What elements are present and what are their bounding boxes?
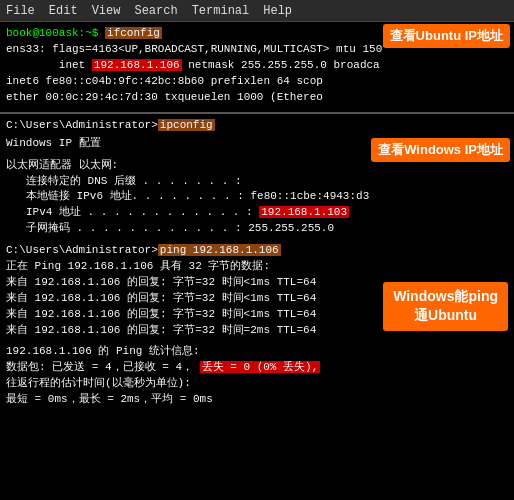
- win-prompt-line: C:\Users\Administrator>ipconfig: [6, 118, 508, 134]
- ubuntu-ip: 192.168.1.106: [92, 59, 182, 71]
- win-command1: ipconfig: [158, 119, 215, 131]
- win-ping-intro: 正在 Ping 192.168.1.106 具有 32 字节的数据:: [6, 259, 508, 275]
- win-prompt1: C:\Users\Administrator>: [6, 119, 158, 131]
- windows-ip-annotation: 查看Windows IP地址: [371, 138, 510, 162]
- menu-bar: File Edit View Search Terminal Help: [0, 0, 514, 22]
- win-stats-loss: 丢失 = 0 (0% 丢失),: [200, 361, 321, 373]
- ubuntu-terminal: 查看Ubuntu IP地址 book@100ask:~$ ifconfig en…: [0, 22, 514, 114]
- menu-view[interactable]: View: [92, 4, 121, 18]
- win-subnet-line: 子网掩码 . . . . . . . . . . . . : 255.255.2…: [6, 221, 508, 237]
- win-ipv4-line: IPv4 地址 . . . . . . . . . . . . : 192.16…: [6, 205, 508, 221]
- win-ping-command: ping 192.168.1.106: [158, 244, 281, 256]
- menu-edit[interactable]: Edit: [49, 4, 78, 18]
- menu-search[interactable]: Search: [134, 4, 177, 18]
- ubuntu-output-2: inet6 fe80::c04b:9fc:42bc:8b60 prefixlen…: [6, 74, 508, 90]
- ubuntu-output-1: inet 192.168.1.106 netmask 255.255.255.0…: [6, 58, 508, 74]
- ping-annotation: Windows能ping 通Ubuntu: [383, 282, 508, 331]
- win-stats-line3: 最短 = 0ms，最长 = 2ms，平均 = 0ms: [6, 392, 508, 408]
- win-dns-line: 连接特定的 DNS 后缀 . . . . . . . :: [6, 174, 508, 190]
- win-stats-header: 192.168.1.106 的 Ping 统计信息:: [6, 344, 508, 360]
- win-ipv6-line: 本地链接 IPv6 地址. . . . . . . . : fe80::1cbe…: [6, 189, 508, 205]
- windows-terminal: C:\Users\Administrator>ipconfig Windows …: [0, 114, 514, 412]
- win-ip: 192.168.1.103: [259, 206, 349, 218]
- menu-help[interactable]: Help: [263, 4, 292, 18]
- win-ping-prompt-line: C:\Users\Administrator>ping 192.168.1.10…: [6, 243, 508, 259]
- win-stats-line2: 往返行程的估计时间(以毫秒为单位):: [6, 376, 508, 392]
- ubuntu-ip-annotation: 查看Ubuntu IP地址: [383, 24, 510, 48]
- win-stats-line1: 数据包: 已发送 = 4，已接收 = 4， 丢失 = 0 (0% 丢失),: [6, 360, 508, 376]
- menu-file[interactable]: File: [6, 4, 35, 18]
- ubuntu-output-3: ether 00:0c:29:4c:7d:30 txqueuelen 1000 …: [6, 90, 508, 106]
- ubuntu-command: ifconfig: [105, 27, 162, 39]
- menu-terminal[interactable]: Terminal: [192, 4, 250, 18]
- ubuntu-prompt: book@100ask:~$: [6, 27, 98, 39]
- win-prompt2: C:\Users\Administrator>: [6, 244, 158, 256]
